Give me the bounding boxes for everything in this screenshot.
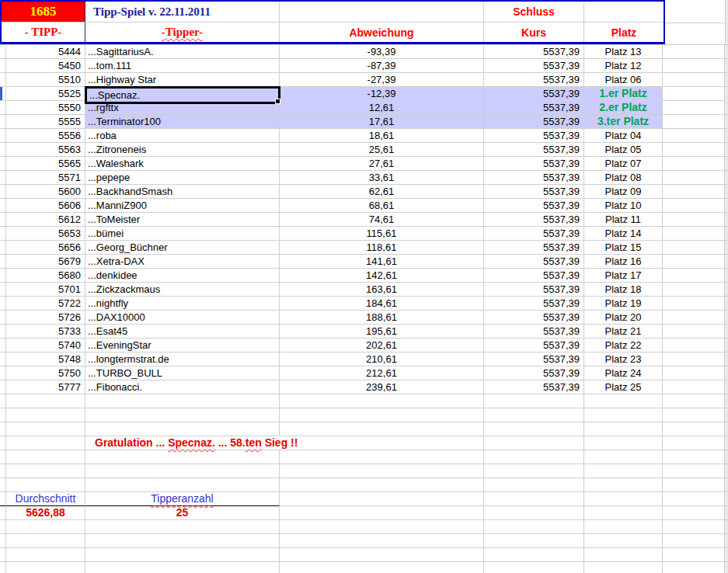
cell-tipp[interactable]: 5750 xyxy=(6,366,85,380)
cell-abweichung[interactable]: 118,61 xyxy=(280,241,484,254)
cell-kurs[interactable]: 5537,39 xyxy=(484,255,584,268)
cell-tipp[interactable]: 5612 xyxy=(6,213,85,226)
cell-abweichung[interactable]: 17,61 xyxy=(280,115,484,128)
cell-rowmargin[interactable] xyxy=(0,171,6,184)
cell-tipp[interactable]: 5701 xyxy=(6,283,85,296)
cell-platz[interactable]: 3.ter Platz xyxy=(584,115,663,128)
cell-empty[interactable] xyxy=(280,562,484,573)
cell-empty[interactable] xyxy=(85,408,280,422)
cell-kurs[interactable]: 5537,39 xyxy=(484,325,584,338)
cell-empty[interactable] xyxy=(6,422,85,436)
cell-empty[interactable] xyxy=(6,436,85,450)
cell-kurs[interactable]: 5537,39 xyxy=(484,199,584,212)
cell-empty[interactable] xyxy=(663,129,725,142)
cell-rowmargin[interactable] xyxy=(0,492,6,506)
cell-empty[interactable] xyxy=(484,534,584,547)
cell-empty[interactable] xyxy=(6,464,85,477)
cell-platz[interactable]: Platz 24 xyxy=(584,366,663,380)
cell-empty[interactable] xyxy=(484,408,584,422)
cell-rowmargin[interactable] xyxy=(0,255,6,268)
cell-kurs[interactable]: 5537,39 xyxy=(484,129,584,142)
cell-tipp[interactable]: 5740 xyxy=(6,339,85,352)
cell-empty[interactable] xyxy=(584,492,663,506)
cell-empty[interactable] xyxy=(663,562,725,573)
cell-rowmargin[interactable] xyxy=(0,366,6,380)
cell-empty[interactable] xyxy=(663,534,725,547)
cell-kurs[interactable]: 5537,39 xyxy=(484,366,584,380)
cell-tipper[interactable]: ...pepepe xyxy=(85,171,280,184)
cell-empty[interactable] xyxy=(280,394,484,408)
cell-rowmargin[interactable] xyxy=(0,227,6,240)
cell-platz[interactable]: Platz 13 xyxy=(584,45,663,58)
cell-tipp[interactable]: 5680 xyxy=(6,269,85,282)
cell-tipper[interactable]: ...denkidee xyxy=(85,269,280,282)
cell-empty[interactable] xyxy=(280,548,484,561)
cell-kurs[interactable]: 5537,39 xyxy=(484,311,584,324)
cell-rowmargin[interactable] xyxy=(0,520,6,533)
cell-kurs[interactable]: 5537,39 xyxy=(484,269,584,282)
cell-empty[interactable] xyxy=(280,408,484,422)
cell-empty[interactable] xyxy=(280,450,484,464)
cell-tipp[interactable]: 5722 xyxy=(6,297,85,310)
cell-abweichung[interactable]: 27,61 xyxy=(280,157,484,170)
cell-rowmargin[interactable] xyxy=(0,157,6,170)
cell-empty[interactable] xyxy=(484,520,584,533)
cell-tipper[interactable]: ...nightfly xyxy=(85,297,280,310)
cell-tipper[interactable]: ...Highway Star xyxy=(85,73,280,86)
cell-empty[interactable] xyxy=(584,394,663,408)
cell-empty[interactable] xyxy=(663,339,725,352)
cell-rowmargin[interactable] xyxy=(0,464,6,477)
cell-platz[interactable]: Platz 15 xyxy=(584,241,663,254)
cell-platz[interactable]: Platz 08 xyxy=(584,171,663,184)
tipperanzahl-value[interactable]: 25 xyxy=(85,506,280,519)
cell-tipper[interactable]: ...ToMeister xyxy=(85,213,280,226)
cell-abweichung[interactable]: 239,61 xyxy=(280,380,484,394)
cell-tipper[interactable]: ...longtermstrat.de xyxy=(85,352,280,366)
cell-platz[interactable]: Platz 25 xyxy=(584,380,663,394)
cell-empty[interactable] xyxy=(584,562,663,573)
cell-empty[interactable] xyxy=(663,73,725,86)
cell-empty[interactable] xyxy=(280,534,484,547)
cell-abweichung[interactable]: 12,61 xyxy=(280,101,484,114)
cell-empty[interactable] xyxy=(584,520,663,533)
cell-empty[interactable] xyxy=(663,101,725,114)
game-number-cell[interactable]: 1685 xyxy=(2,2,85,23)
cell-empty[interactable] xyxy=(85,478,280,491)
cell-empty[interactable] xyxy=(663,450,725,464)
cell-abweichung[interactable]: -27,39 xyxy=(280,73,484,86)
column-header-tipp[interactable]: - TIPP- xyxy=(2,23,85,42)
cell-empty[interactable] xyxy=(584,450,663,464)
cell-empty[interactable] xyxy=(85,548,280,561)
cell-tipper[interactable]: ...DAX10000 xyxy=(85,311,280,324)
cell-tipp[interactable]: 5565 xyxy=(6,157,85,170)
cell-empty[interactable] xyxy=(663,394,725,408)
cell-kurs[interactable]: 5537,39 xyxy=(484,297,584,310)
cell-rowmargin[interactable] xyxy=(0,241,6,254)
durchschnitt-label[interactable]: Durchschnitt xyxy=(6,492,85,506)
cell-rowmargin[interactable] xyxy=(0,506,6,519)
cell-tipper[interactable]: ...Georg_Büchner xyxy=(85,241,280,254)
cell-kurs[interactable]: 5537,39 xyxy=(484,283,584,296)
cell-tipp[interactable]: 5606 xyxy=(6,199,85,212)
cell-empty[interactable] xyxy=(663,283,725,296)
cell-tipp[interactable]: 5563 xyxy=(6,143,85,156)
cell-rowmargin[interactable] xyxy=(0,283,6,296)
cell-empty[interactable] xyxy=(584,422,663,436)
cell-rowmargin[interactable] xyxy=(0,269,6,282)
cell-tipper[interactable]: ...Zickzackmaus xyxy=(85,283,280,296)
cell-tipper[interactable]: ...BackhandSmash xyxy=(85,185,280,198)
cell-empty[interactable] xyxy=(484,562,584,573)
cell-tipp[interactable]: 5600 xyxy=(6,185,85,198)
cell-empty[interactable] xyxy=(663,464,725,477)
cell-empty[interactable] xyxy=(663,199,725,212)
cell-rowmargin[interactable] xyxy=(0,45,6,58)
cell-abweichung[interactable]: 141,61 xyxy=(280,255,484,268)
cell-empty[interactable] xyxy=(663,171,725,184)
cell-platz[interactable]: Platz 04 xyxy=(584,129,663,142)
cell-empty[interactable] xyxy=(663,227,725,240)
cell-abweichung[interactable]: 74,61 xyxy=(280,213,484,226)
cell-empty[interactable] xyxy=(484,464,584,477)
cell-empty[interactable] xyxy=(663,185,725,198)
sheet-title[interactable]: Tipp-Spiel v. 22.11.2011 xyxy=(85,2,280,23)
cell-platz[interactable]: Platz 14 xyxy=(584,227,663,240)
